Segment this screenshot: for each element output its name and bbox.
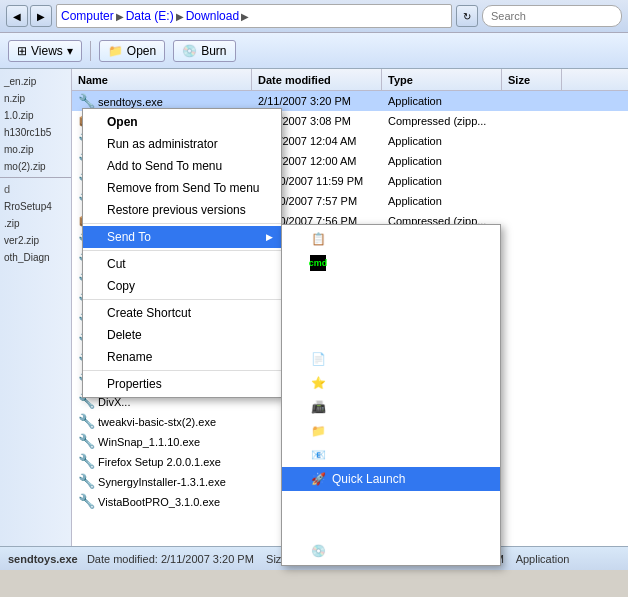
ctx-send-to[interactable]: Send To 📋 Clipboard (as name) cmd Comman… bbox=[83, 226, 281, 248]
sub-documents[interactable]: 📄 Documents bbox=[282, 347, 500, 371]
ctx-open[interactable]: Open bbox=[83, 111, 281, 133]
file-type: Application bbox=[382, 154, 502, 168]
ctx-restore-prev[interactable]: Restore previous versions bbox=[83, 199, 281, 221]
sidebar-item-4[interactable]: h130rc1b5 bbox=[0, 124, 71, 141]
breadcrumb-drive[interactable]: Data (E:) bbox=[126, 9, 174, 23]
sub-fax-label: Fax Recipient bbox=[332, 400, 405, 414]
status-date-val: 2/11/2007 3:20 PM bbox=[161, 553, 254, 565]
file-size bbox=[502, 340, 562, 342]
sub-folder[interactable]: 📁 Folder... bbox=[282, 419, 500, 443]
mail-recip-icon: 📧 bbox=[310, 447, 326, 463]
sub-desktop-shortcut[interactable]: 🖥 Desktop (create shortcut) bbox=[282, 323, 500, 347]
sub-command-prompt[interactable]: cmd Command Prompt bbox=[282, 251, 500, 275]
desktop-icon: 🖥 bbox=[310, 327, 326, 343]
views-arrow-icon: ▾ bbox=[67, 44, 73, 58]
run-icon: ▶ bbox=[310, 519, 326, 535]
col-size-header[interactable]: Size bbox=[502, 69, 562, 90]
file-size bbox=[502, 220, 562, 222]
ctx-sep4 bbox=[83, 370, 281, 371]
file-size bbox=[502, 500, 562, 502]
breadcrumb-computer[interactable]: Computer bbox=[61, 9, 114, 23]
sub-compressed-folder[interactable]: 🗜 Compressed (zipped) Folder bbox=[282, 275, 500, 299]
file-type: Application bbox=[382, 194, 502, 208]
sidebar-item-6[interactable]: mo(2).zip bbox=[0, 158, 71, 175]
status-date-label: Date modified: bbox=[87, 553, 158, 565]
file-type: Application bbox=[382, 134, 502, 148]
sidebar-item-5[interactable]: mo.zip bbox=[0, 141, 71, 158]
sidebar-item-9[interactable]: ver2.zip bbox=[0, 232, 71, 249]
views-button[interactable]: ⊞ Views ▾ bbox=[8, 40, 82, 62]
ctx-properties[interactable]: Properties bbox=[83, 373, 281, 395]
file-date: 2/11/2007 3:20 PM bbox=[252, 94, 382, 108]
search-input[interactable] bbox=[482, 5, 622, 27]
file-name: 🔧 VistaBootPRO_3.1.0.exe bbox=[72, 492, 252, 510]
cmd-icon: cmd bbox=[310, 255, 326, 271]
ctx-remove-send-to[interactable]: Remove from Send To menu bbox=[83, 177, 281, 199]
breadcrumb-sep3: ▶ bbox=[241, 11, 249, 22]
breadcrumb[interactable]: Computer ▶ Data (E:) ▶ Download ▶ bbox=[56, 4, 452, 28]
ctx-copy[interactable]: Copy bbox=[83, 275, 281, 297]
ctx-create-shortcut[interactable]: Create Shortcut bbox=[83, 302, 281, 324]
sub-recycle-bin[interactable]: 🗑 Recycle Bin bbox=[282, 491, 500, 515]
mail-icon: ✉ bbox=[310, 303, 326, 319]
sub-fax[interactable]: 📠 Fax Recipient bbox=[282, 395, 500, 419]
sub-quick-launch[interactable]: 🚀 Quick Launch bbox=[282, 467, 500, 491]
ctx-sep3 bbox=[83, 299, 281, 300]
refresh-button[interactable]: ↻ bbox=[456, 5, 478, 27]
sub-mail-recipient[interactable]: 📧 Mail Recipient bbox=[282, 443, 500, 467]
folder-icon: 📁 bbox=[108, 44, 123, 58]
sub-favorites[interactable]: ⭐ Favorites bbox=[282, 371, 500, 395]
quicklaunch-icon: 🚀 bbox=[310, 471, 326, 487]
file-size bbox=[502, 380, 562, 382]
folder-send-icon: 📁 bbox=[310, 423, 326, 439]
file-size bbox=[502, 200, 562, 202]
sub-run[interactable]: ▶ Run... bbox=[282, 515, 500, 539]
file-size bbox=[502, 280, 562, 282]
sub-dvd[interactable]: 💿 DVD RW Drive (F:) bbox=[282, 539, 500, 563]
sidebar: _en.zip n.zip 1.0.zip h130rc1b5 mo.zip m… bbox=[0, 69, 72, 546]
forward-button[interactable]: ▶ bbox=[30, 5, 52, 27]
file-name: 🔧 WinSnap_1.1.10.exe bbox=[72, 432, 252, 450]
col-name-header[interactable]: Name bbox=[72, 69, 252, 90]
open-button[interactable]: 📁 Open bbox=[99, 40, 165, 62]
sub-default-mail[interactable]: ✉ Default Mail Recipient bbox=[282, 299, 500, 323]
open-label: Open bbox=[127, 44, 156, 58]
sidebar-item-8[interactable]: .zip bbox=[0, 215, 71, 232]
context-menu: Open Run as administrator Add to Send To… bbox=[82, 108, 282, 398]
sub-clipboard[interactable]: 📋 Clipboard (as name) bbox=[282, 227, 500, 251]
zip-icon: 🗜 bbox=[310, 279, 326, 295]
ctx-run-as-admin[interactable]: Run as administrator bbox=[83, 133, 281, 155]
fax-icon: 📠 bbox=[310, 399, 326, 415]
breadcrumb-folder[interactable]: Download bbox=[186, 9, 239, 23]
sidebar-item-7[interactable]: RroSetup4 bbox=[0, 198, 71, 215]
sidebar-item-2[interactable]: n.zip bbox=[0, 90, 71, 107]
sidebar-item-1[interactable]: _en.zip bbox=[0, 73, 71, 90]
sub-cmd-label: Command Prompt bbox=[332, 256, 429, 270]
status-type-val: Application bbox=[516, 553, 570, 565]
sub-dvd-label: DVD RW Drive (F:) bbox=[332, 544, 434, 558]
ctx-delete[interactable]: Delete bbox=[83, 324, 281, 346]
sub-mail-label: Default Mail Recipient bbox=[332, 304, 449, 318]
col-type-header[interactable]: Type bbox=[382, 69, 502, 90]
ctx-cut[interactable]: Cut bbox=[83, 253, 281, 275]
favorites-icon: ⭐ bbox=[310, 375, 326, 391]
file-name: 🔧 tweakvi-basic-stx(2).exe bbox=[72, 412, 252, 430]
sub-recycle-label: Recycle Bin bbox=[332, 496, 395, 510]
ctx-rename[interactable]: Rename bbox=[83, 346, 281, 368]
burn-button[interactable]: 💿 Burn bbox=[173, 40, 235, 62]
ctx-sep2 bbox=[83, 250, 281, 251]
sub-docs-label: Documents bbox=[332, 352, 393, 366]
sidebar-item-d[interactable]: d bbox=[0, 180, 71, 198]
file-size bbox=[502, 460, 562, 462]
sidebar-item-3[interactable]: 1.0.zip bbox=[0, 107, 71, 124]
clipboard-icon: 📋 bbox=[310, 231, 326, 247]
col-date-header[interactable]: Date modified bbox=[252, 69, 382, 90]
sub-folder-label: Folder... bbox=[332, 424, 375, 438]
sidebar-item-10[interactable]: oth_Diagn bbox=[0, 249, 71, 266]
send-to-submenu: 📋 Clipboard (as name) cmd Command Prompt… bbox=[281, 224, 501, 566]
back-button[interactable]: ◀ bbox=[6, 5, 28, 27]
ctx-add-send-to[interactable]: Add to Send To menu bbox=[83, 155, 281, 177]
dvd-icon: 💿 bbox=[310, 543, 326, 559]
sidebar-divider bbox=[0, 177, 71, 178]
file-name: 🔧 sendtoys.exe bbox=[72, 92, 252, 110]
